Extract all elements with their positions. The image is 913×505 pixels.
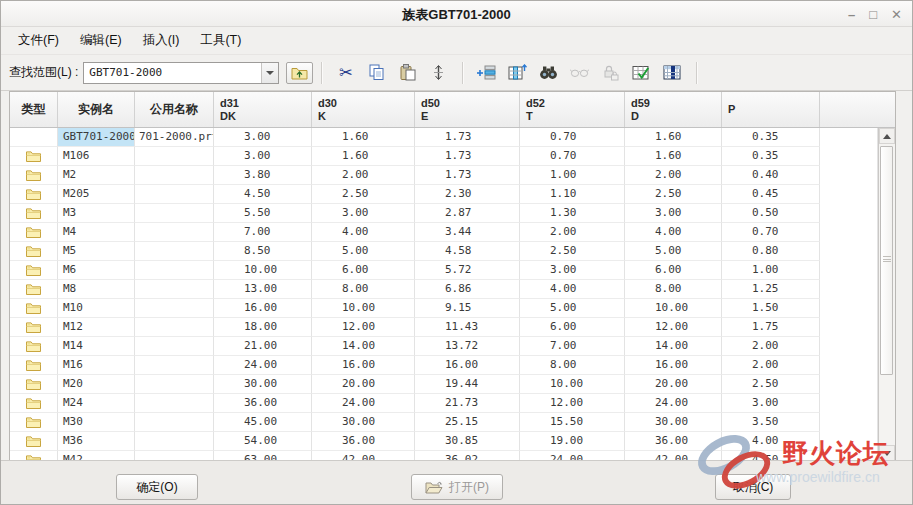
edit-table-button[interactable] [659,60,686,85]
table-row[interactable]: M58.505.004.582.505.000.80 [10,242,878,261]
d52-value-cell[interactable]: 8.00 [520,356,625,375]
menu-insert[interactable]: 插入(I) [136,29,187,52]
instance-name-cell[interactable]: M2 [58,166,135,185]
combobox-dropdown-button[interactable] [261,63,278,83]
d52-value-cell[interactable]: 1.10 [520,185,625,204]
d52-value-cell[interactable]: 12.00 [520,394,625,413]
column-header-common-name[interactable]: 公用名称 [135,92,214,127]
d31-value-cell[interactable]: 3.00 [214,128,312,147]
d52-value-cell[interactable]: 7.00 [520,337,625,356]
p-value-cell[interactable]: 0.70 [722,223,820,242]
d50-value-cell[interactable]: 6.86 [415,280,520,299]
title-bar[interactable]: 族表GBT701-2000 – □ ✕ [1,1,912,27]
common-name-cell[interactable] [135,356,214,375]
common-name-cell[interactable] [135,299,214,318]
d50-value-cell[interactable]: 1.73 [415,166,520,185]
column-header-instance-name[interactable]: 实例名 [58,92,135,127]
d59-value-cell[interactable]: 5.00 [625,242,722,261]
verify-button[interactable] [628,60,655,85]
p-value-cell[interactable]: 3.00 [722,394,820,413]
d31-value-cell[interactable]: 18.00 [214,318,312,337]
table-row[interactable]: M35.503.002.871.303.000.50 [10,204,878,223]
d52-value-cell[interactable]: 3.00 [520,261,625,280]
d59-value-cell[interactable]: 20.00 [625,375,722,394]
type-cell[interactable] [10,128,58,147]
d30-value-cell[interactable]: 1.60 [312,128,415,147]
close-button[interactable]: ✕ [891,8,902,21]
d59-value-cell[interactable]: 12.00 [625,318,722,337]
common-name-cell[interactable] [135,204,214,223]
d31-value-cell[interactable]: 8.50 [214,242,312,261]
column-header-d59[interactable]: d59D [625,92,722,127]
instance-name-cell[interactable]: M8 [58,280,135,299]
type-cell[interactable] [10,356,58,375]
d31-value-cell[interactable]: 7.00 [214,223,312,242]
common-name-cell[interactable] [135,280,214,299]
d30-value-cell[interactable]: 36.00 [312,432,415,451]
d59-value-cell[interactable]: 36.00 [625,432,722,451]
p-value-cell[interactable]: 1.00 [722,261,820,280]
d52-value-cell[interactable]: 1.30 [520,204,625,223]
d52-value-cell[interactable]: 2.50 [520,242,625,261]
common-name-cell[interactable] [135,432,214,451]
d50-value-cell[interactable]: 2.30 [415,185,520,204]
menu-edit[interactable]: 编辑(E) [73,29,129,52]
p-value-cell[interactable]: 1.75 [722,318,820,337]
common-name-cell[interactable] [135,394,214,413]
column-header-d30[interactable]: d30K [312,92,415,127]
table-row[interactable]: M3045.0030.0025.1515.5030.003.50 [10,413,878,432]
minimize-button[interactable]: – [848,8,855,21]
d50-value-cell[interactable]: 5.72 [415,261,520,280]
d30-value-cell[interactable]: 6.00 [312,261,415,280]
table-row[interactable]: M3654.0036.0030.8519.0036.004.00 [10,432,878,451]
d59-value-cell[interactable]: 30.00 [625,413,722,432]
p-value-cell[interactable]: 0.35 [722,147,820,166]
table-row[interactable]: M47.004.003.442.004.000.70 [10,223,878,242]
p-value-cell[interactable]: 2.00 [722,337,820,356]
d30-value-cell[interactable]: 3.00 [312,204,415,223]
table-row[interactable]: M1421.0014.0013.727.0014.002.00 [10,337,878,356]
type-cell[interactable] [10,337,58,356]
type-cell[interactable] [10,147,58,166]
column-header-type[interactable]: 类型 [10,92,58,127]
p-value-cell[interactable]: 1.50 [722,299,820,318]
p-value-cell[interactable]: 0.35 [722,128,820,147]
column-header-p[interactable]: P [722,92,820,127]
d52-value-cell[interactable]: 10.00 [520,375,625,394]
d59-value-cell[interactable]: 2.50 [625,185,722,204]
d59-value-cell[interactable]: 16.00 [625,356,722,375]
type-cell[interactable] [10,242,58,261]
insert-column-button[interactable] [504,60,531,85]
d52-value-cell[interactable]: 15.50 [520,413,625,432]
d30-value-cell[interactable]: 2.50 [312,185,415,204]
p-value-cell[interactable]: 0.50 [722,204,820,223]
d50-value-cell[interactable]: 2.87 [415,204,520,223]
preview-button[interactable] [566,60,593,85]
d59-value-cell[interactable]: 3.00 [625,204,722,223]
d52-value-cell[interactable]: 0.70 [520,147,625,166]
up-one-level-button[interactable] [286,62,313,84]
common-name-cell[interactable]: 701-2000.prt [135,128,214,147]
instance-name-cell[interactable]: M5 [58,242,135,261]
table-row[interactable]: M2030.0020.0019.4410.0020.002.50 [10,375,878,394]
d59-value-cell[interactable]: 10.00 [625,299,722,318]
d31-value-cell[interactable]: 5.50 [214,204,312,223]
d31-value-cell[interactable]: 10.00 [214,261,312,280]
instance-name-cell[interactable]: M14 [58,337,135,356]
d50-value-cell[interactable]: 16.00 [415,356,520,375]
table-row[interactable]: M1218.0012.0011.436.0012.001.75 [10,318,878,337]
d50-value-cell[interactable]: 30.85 [415,432,520,451]
instance-name-cell[interactable]: M16 [58,356,135,375]
scrollbar-down-button[interactable] [879,445,895,461]
instance-name-cell[interactable]: M36 [58,432,135,451]
type-cell[interactable] [10,299,58,318]
d52-value-cell[interactable]: 19.00 [520,432,625,451]
common-name-cell[interactable] [135,242,214,261]
open-button[interactable]: 打开(P) [411,474,503,500]
cut-button[interactable]: ✂ [332,60,359,85]
d31-value-cell[interactable]: 16.00 [214,299,312,318]
table-row[interactable]: M610.006.005.723.006.001.00 [10,261,878,280]
p-value-cell[interactable]: 1.25 [722,280,820,299]
d31-value-cell[interactable]: 24.00 [214,356,312,375]
type-cell[interactable] [10,318,58,337]
